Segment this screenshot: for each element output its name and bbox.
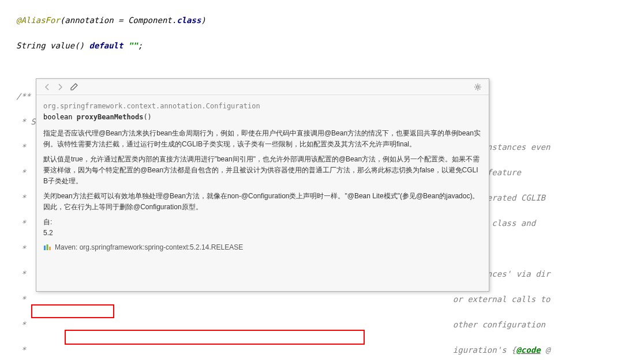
svg-rect-3 (49, 247, 51, 250)
arrow-right-icon (57, 84, 63, 90)
popup-paragraph-2: 默认值是true，允许通过配置类内部的直接方法调用进行"bean间引用"，也允许… (43, 154, 482, 186)
popup-signature: boolean proxyBeanMethods() (43, 112, 482, 123)
arrow-left-icon (44, 84, 51, 90)
back-button[interactable] (41, 81, 54, 93)
pencil-icon (70, 83, 78, 90)
popup-maven-text: Maven: org.springframework:spring-contex… (55, 242, 243, 253)
svg-point-0 (477, 85, 479, 88)
edit-button[interactable] (68, 81, 80, 93)
quick-doc-popup: org.springframework.context.annotation.C… (36, 78, 489, 292)
svg-rect-1 (44, 246, 46, 250)
popup-package: org.springframework.context.annotation.C… (43, 101, 482, 112)
maven-icon (43, 243, 51, 251)
popup-footer: Maven: org.springframework:spring-contex… (43, 242, 482, 253)
popup-paragraph-1: 指定是否应该代理@Bean方法来执行bean生命周期行为，例如，即使在用户代码中… (43, 128, 482, 149)
javadoc-open: /** (16, 92, 31, 101)
svg-rect-2 (47, 244, 48, 250)
forward-button[interactable] (54, 81, 66, 93)
popup-body: org.springframework.context.annotation.C… (36, 95, 489, 291)
popup-toolbar (36, 79, 489, 95)
popup-since-label: 自: (43, 217, 482, 228)
popup-paragraph-3: 关闭bean方法拦截可以有效地单独处理@Bean方法，就像在non-@Confi… (43, 191, 482, 212)
settings-button[interactable] (471, 81, 484, 93)
annotation-aliasfor: @AliasFor (16, 16, 60, 25)
popup-since-value: 5.2 (43, 228, 482, 239)
gear-icon (474, 83, 482, 91)
